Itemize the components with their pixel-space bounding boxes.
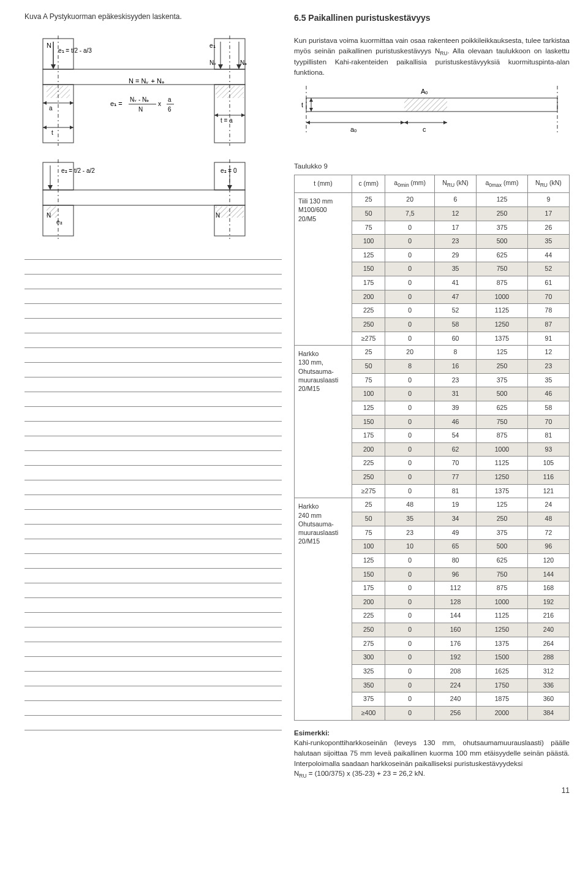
cell: 240 <box>434 692 476 707</box>
cell: 0 <box>385 457 435 471</box>
cell: 1375 <box>477 332 528 346</box>
cell: 125 <box>477 193 528 207</box>
cell: 0 <box>385 567 435 582</box>
cell: 150 <box>352 567 385 582</box>
cell: 121 <box>527 484 569 498</box>
cell: 875 <box>477 429 528 443</box>
cell: 375 <box>477 526 528 540</box>
cell: 875 <box>477 276 528 290</box>
cell: 625 <box>477 401 528 415</box>
cell: 0 <box>385 401 435 415</box>
figure-caption: Kuva A Pystykuorman epäkeskisyyden laske… <box>24 12 282 22</box>
cell: 176 <box>434 637 476 651</box>
cell: 750 <box>477 415 528 429</box>
cell: 25 <box>352 498 385 512</box>
cell: 375 <box>477 373 528 387</box>
cell: 375 <box>477 221 528 235</box>
cell: 0 <box>385 304 435 318</box>
lbl-N-right: N <box>216 212 220 219</box>
svg-rect-26 <box>216 86 244 98</box>
cell: 54 <box>434 429 476 443</box>
cell: 125 <box>477 346 528 360</box>
cell: 250 <box>352 318 385 332</box>
cell: 80 <box>434 553 476 567</box>
cell: 70 <box>527 415 569 429</box>
cell: 0 <box>385 276 435 290</box>
cell: 10 <box>385 540 435 554</box>
cell: 12 <box>527 346 569 360</box>
cell: 0 <box>385 706 435 720</box>
cell: 0 <box>385 429 435 443</box>
cell: 240 <box>527 623 569 637</box>
cell: 8 <box>434 346 476 360</box>
cell: 0 <box>385 692 435 707</box>
diagram-top: N e₁ = t/2 - a/3 e₁ Nᵥ Nₒ N = Nᵥ + Nₒ e₁… <box>24 36 282 146</box>
cell: 0 <box>385 221 435 235</box>
lbl-e1eq-den: N <box>138 106 143 113</box>
cell: 0 <box>385 582 435 596</box>
cell: 58 <box>434 318 476 332</box>
cell: 81 <box>434 484 476 498</box>
cell: 1750 <box>477 678 528 692</box>
cell: 16 <box>434 359 476 373</box>
lbl-e1-def: e₁ = t/2 - a/3 <box>58 47 92 54</box>
cell: 0 <box>385 332 435 346</box>
cell: 61 <box>527 276 569 290</box>
lbl-e1eq-num2: a <box>168 96 172 103</box>
cell: 8 <box>385 359 435 373</box>
table-caption: Taulukko 9 <box>294 162 570 171</box>
cell: 325 <box>352 665 385 679</box>
cell: 112 <box>434 582 476 596</box>
cell: 87 <box>527 318 569 332</box>
cell: 2000 <box>477 706 528 720</box>
cell: 500 <box>477 235 528 249</box>
svg-rect-31 <box>404 98 447 112</box>
cell: 250 <box>477 359 528 373</box>
cell: 1125 <box>477 304 528 318</box>
cell: 625 <box>477 553 528 567</box>
cell: 31 <box>434 387 476 401</box>
cell: 250 <box>352 471 385 485</box>
cell: 100 <box>352 235 385 249</box>
cell: 264 <box>527 637 569 651</box>
lbl-ta: t = a <box>221 117 233 124</box>
cell: 275 <box>352 637 385 651</box>
cell: 52 <box>434 304 476 318</box>
diagram-beam: A₀ t a₀ c <box>294 83 570 138</box>
cell: 77 <box>434 471 476 485</box>
svg-marker-9 <box>51 64 56 69</box>
cell: 35 <box>434 262 476 276</box>
svg-marker-21 <box>43 126 47 129</box>
cell: 175 <box>352 429 385 443</box>
svg-marker-11 <box>218 64 223 69</box>
svg-marker-37 <box>401 121 404 124</box>
cell: 160 <box>434 623 476 637</box>
cell: 125 <box>352 401 385 415</box>
cell: 35 <box>527 373 569 387</box>
cell: 500 <box>477 540 528 554</box>
cell: 0 <box>385 248 435 262</box>
group-label: Harkko 240 mm Ohutsauma- muurauslaasti 2… <box>295 498 352 720</box>
cell: 1875 <box>477 692 528 707</box>
cell: 1000 <box>477 290 528 304</box>
cell: 0 <box>385 318 435 332</box>
cell: 58 <box>527 401 569 415</box>
th-t: t (mm) <box>295 175 352 193</box>
svg-marker-52 <box>48 185 53 190</box>
cell: 116 <box>527 471 569 485</box>
cell: 250 <box>477 512 528 526</box>
cell: 192 <box>434 651 476 665</box>
lbl-e1eq-x: x <box>158 100 161 107</box>
svg-rect-16 <box>47 86 70 98</box>
svg-marker-19 <box>70 101 74 105</box>
cell: 625 <box>477 248 528 262</box>
cell: 192 <box>527 595 569 609</box>
cell: 17 <box>434 221 476 235</box>
cell: 23 <box>434 373 476 387</box>
cell: 100 <box>352 540 385 554</box>
cell: 200 <box>352 442 385 457</box>
cell: 150 <box>352 262 385 276</box>
cell: 168 <box>527 582 569 596</box>
cell: 500 <box>477 387 528 401</box>
cell: 125 <box>352 553 385 567</box>
